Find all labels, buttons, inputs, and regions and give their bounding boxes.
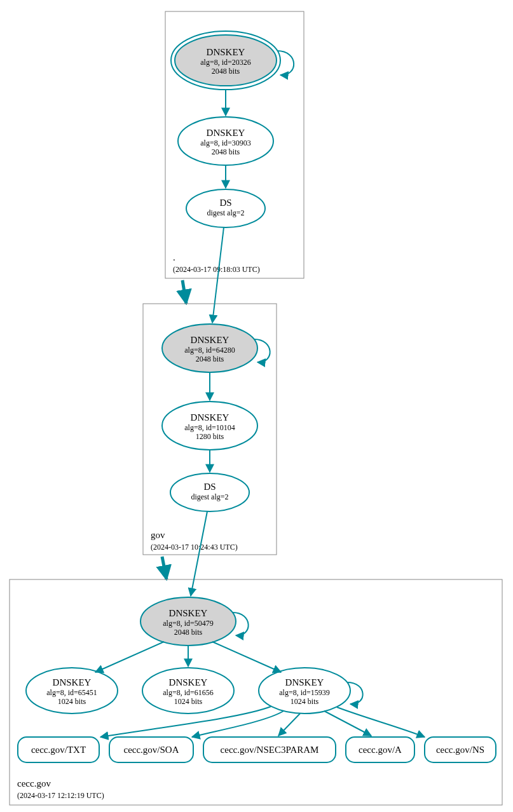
node-rr-ns: cecc.gov/NS xyxy=(425,737,496,762)
edge-root-ds-to-gov-ksk xyxy=(212,227,224,323)
node-root-ksk: DNSKEY alg=8, id=20326 2048 bits xyxy=(171,31,280,90)
svg-text:DNSKEY: DNSKEY xyxy=(191,412,229,423)
svg-text:DNSKEY: DNSKEY xyxy=(207,128,245,138)
edge-cecc-ksk-to-k3 xyxy=(212,642,281,672)
svg-text:alg=8, id=15939: alg=8, id=15939 xyxy=(279,688,330,697)
node-cecc-k1: DNSKEY alg=8, id=65451 1024 bits xyxy=(26,668,118,714)
svg-text:DNSKEY: DNSKEY xyxy=(285,677,324,687)
node-rr-a: cecc.gov/A xyxy=(346,737,414,762)
svg-text:digest alg=2: digest alg=2 xyxy=(207,208,244,217)
svg-text:alg=8, id=20326: alg=8, id=20326 xyxy=(200,58,251,67)
svg-text:cecc.gov/NS: cecc.gov/NS xyxy=(436,745,484,755)
svg-text:cecc.gov/NSEC3PARAM: cecc.gov/NSEC3PARAM xyxy=(221,745,319,755)
svg-text:cecc.gov/TXT: cecc.gov/TXT xyxy=(31,745,86,755)
edge-k3-to-ns xyxy=(337,707,425,737)
node-rr-txt: cecc.gov/TXT xyxy=(18,737,99,762)
svg-text:DNSKEY: DNSKEY xyxy=(53,677,92,687)
node-root-zsk: DNSKEY alg=8, id=30903 2048 bits xyxy=(178,117,273,165)
dnssec-diagram: . (2024-03-17 09:18:03 UTC) DNSKEY alg=8… xyxy=(0,0,513,812)
svg-text:alg=8, id=65451: alg=8, id=65451 xyxy=(46,688,97,697)
svg-text:2048 bits: 2048 bits xyxy=(174,628,203,637)
node-gov-zsk: DNSKEY alg=8, id=10104 1280 bits xyxy=(162,402,257,450)
node-cecc-k3: DNSKEY alg=8, id=15939 1024 bits xyxy=(259,668,350,714)
svg-text:1024 bits: 1024 bits xyxy=(291,697,319,706)
svg-text:DNSKEY: DNSKEY xyxy=(191,335,229,345)
node-cecc-ksk: DNSKEY alg=8, id=50479 2048 bits xyxy=(140,597,236,646)
svg-text:cecc.gov/SOA: cecc.gov/SOA xyxy=(123,745,179,755)
svg-text:alg=8, id=61656: alg=8, id=61656 xyxy=(163,688,214,697)
svg-text:digest alg=2: digest alg=2 xyxy=(191,492,228,501)
svg-text:1024 bits: 1024 bits xyxy=(58,697,86,706)
node-gov-ksk: DNSKEY alg=8, id=64280 2048 bits xyxy=(162,324,257,372)
svg-text:DS: DS xyxy=(219,198,231,208)
edge-k3-to-a xyxy=(324,711,371,736)
svg-text:cecc.gov/A: cecc.gov/A xyxy=(359,745,402,755)
zone-label-cecc: cecc.gov xyxy=(17,778,51,788)
zone-timestamp-gov: (2024-03-17 10:24:43 UTC) xyxy=(151,543,238,551)
zone-label-root: . xyxy=(173,252,175,262)
edge-k3-to-nsec3 xyxy=(278,714,300,736)
zone-timestamp-root: (2024-03-17 09:18:03 UTC) xyxy=(173,265,260,274)
svg-text:alg=8, id=10104: alg=8, id=10104 xyxy=(184,423,235,432)
svg-text:DNSKEY: DNSKEY xyxy=(169,608,208,618)
edge-zone-root-to-gov xyxy=(182,280,186,304)
svg-text:1024 bits: 1024 bits xyxy=(174,697,203,706)
edge-cecc-ksk-to-k1 xyxy=(95,642,164,672)
svg-text:alg=8, id=30903: alg=8, id=30903 xyxy=(200,139,251,147)
svg-text:DS: DS xyxy=(203,482,215,492)
svg-text:DNSKEY: DNSKEY xyxy=(169,677,208,687)
zone-label-gov: gov xyxy=(151,530,165,540)
svg-text:2048 bits: 2048 bits xyxy=(196,355,224,363)
node-cecc-k2: DNSKEY alg=8, id=61656 1024 bits xyxy=(142,668,234,714)
svg-text:alg=8, id=50479: alg=8, id=50479 xyxy=(163,619,214,628)
svg-text:2048 bits: 2048 bits xyxy=(212,67,240,76)
svg-text:1280 bits: 1280 bits xyxy=(196,432,224,441)
node-root-ds: DS digest alg=2 xyxy=(186,189,265,227)
edge-zone-gov-to-cecc xyxy=(162,557,167,579)
svg-text:DNSKEY: DNSKEY xyxy=(207,47,245,57)
svg-text:2048 bits: 2048 bits xyxy=(212,147,240,156)
node-rr-soa: cecc.gov/SOA xyxy=(109,737,193,762)
node-rr-nsec3: cecc.gov/NSEC3PARAM xyxy=(203,737,336,762)
svg-text:alg=8, id=64280: alg=8, id=64280 xyxy=(184,346,235,355)
node-gov-ds: DS digest alg=2 xyxy=(170,473,249,511)
edge-gov-ds-to-cecc-ksk xyxy=(191,511,207,596)
zone-timestamp-cecc: (2024-03-17 12:12:19 UTC) xyxy=(17,791,104,800)
